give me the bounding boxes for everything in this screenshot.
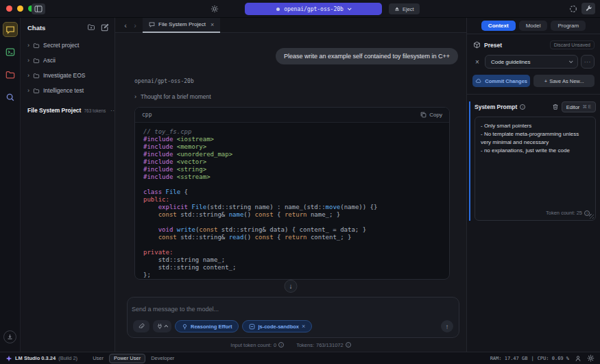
- resize-grip[interactable]: [589, 214, 594, 219]
- nav-chat-button[interactable]: [3, 22, 18, 37]
- clear-preset-icon[interactable]: ×: [472, 58, 482, 66]
- chat-name: File System Project: [27, 107, 81, 114]
- app-build-label: (Build 2): [58, 355, 77, 361]
- message-input[interactable]: [132, 302, 455, 317]
- arrow-down-icon: ↓: [289, 282, 293, 290]
- preset-select[interactable]: Code guidelines: [485, 55, 578, 69]
- ram-usage: RAM: 17.47 GB: [490, 356, 528, 361]
- code-line: [143, 181, 441, 189]
- code-line: const std::string& read() const { return…: [143, 234, 441, 241]
- model-selector-label: openai/gpt-oss-20b: [284, 6, 344, 12]
- chat-bubble-icon: [5, 25, 15, 34]
- package-icon: [473, 41, 481, 49]
- scroll-to-bottom-button[interactable]: ↓: [285, 280, 298, 293]
- discard-unsaved-button[interactable]: Discard Unsaved: [550, 40, 595, 49]
- system-prompt-section: System Prompt i Editor ⌘ E - Only smart …: [469, 101, 596, 221]
- mode-developer[interactable]: Developer: [147, 354, 178, 363]
- user-mode-switch: User Power User Developer: [88, 354, 178, 363]
- chat-token-count: 763 tokens: [84, 108, 106, 113]
- new-chat-icon[interactable]: [101, 23, 109, 32]
- remove-sandbox-icon[interactable]: ×: [302, 323, 305, 330]
- chevron-right-icon: ›: [27, 73, 29, 79]
- tab-file-system-project[interactable]: File System Project ×: [143, 18, 220, 33]
- editor-button[interactable]: Editor ⌘ E: [562, 101, 596, 112]
- reasoning-effort-pill[interactable]: Reasoning Effort: [175, 320, 239, 332]
- separator: |: [531, 356, 533, 361]
- trash-icon[interactable]: [552, 104, 559, 110]
- code-line: #include <string>: [143, 166, 441, 173]
- user-profile-icon[interactable]: [575, 355, 581, 362]
- new-folder-icon[interactable]: [87, 23, 95, 32]
- wrench-tools-button[interactable]: [581, 3, 595, 14]
- sidebar-toggle-button[interactable]: [32, 3, 45, 14]
- save-as-new-button[interactable]: + Save As New...: [533, 75, 595, 87]
- mode-user[interactable]: User: [88, 354, 108, 363]
- mode-power-user[interactable]: Power User: [109, 354, 145, 363]
- sidebar-folder-secret-project[interactable]: › Secret project: [25, 38, 110, 53]
- sidebar-folder-intelligence-test[interactable]: › Intelligence test: [25, 83, 110, 98]
- divider: [467, 94, 600, 95]
- dashed-circle-icon[interactable]: [569, 5, 577, 13]
- chat-tab-bar: ‹ › File System Project ×: [115, 18, 466, 33]
- folder-label: Investigate EOS: [43, 72, 85, 79]
- settings-gear-icon[interactable]: [211, 5, 219, 13]
- window-controls: [6, 5, 34, 12]
- input-token-label: Input token count:: [230, 342, 272, 348]
- sidebar-item-file-system-project[interactable]: File System Project 763 tokens ···: [25, 102, 110, 119]
- commit-changes-button[interactable]: Commit Changes: [472, 75, 530, 87]
- resource-usage: RAM: 17.47 GB | CPU: 0.69 %: [490, 356, 569, 361]
- chat-column: ‹ › File System Project × Please write a…: [115, 18, 466, 352]
- code-body: // toy_fs.cpp#include <iostream>#include…: [135, 123, 449, 280]
- preset-select-value: Code guidelines: [491, 59, 530, 65]
- preset-selector-row: × Code guidelines ···: [467, 53, 600, 71]
- thought-label: Thought for a brief moment: [141, 93, 211, 100]
- settings-gear-icon[interactable]: [587, 354, 595, 362]
- tab-label: File System Project: [158, 21, 206, 27]
- copy-code-button[interactable]: Copy: [420, 112, 442, 118]
- settings-panel: Context Model Program Preset Discard Uns…: [466, 18, 600, 352]
- downloads-button[interactable]: [3, 330, 16, 343]
- code-line: #include <unordered_map>: [143, 151, 441, 158]
- chevron-right-icon: ›: [134, 93, 136, 100]
- chevron-up-icon: [164, 325, 168, 329]
- plus-icon: +: [544, 78, 547, 84]
- chats-header-actions: [87, 23, 109, 32]
- editor-shortcut: ⌘ E: [582, 104, 591, 110]
- tab-program[interactable]: Program: [551, 21, 586, 31]
- nav-back-icon[interactable]: ‹: [121, 21, 130, 29]
- eject-model-button[interactable]: Eject: [389, 3, 420, 14]
- code-line: [143, 219, 441, 226]
- cloud-icon: [475, 78, 482, 84]
- panel-tabs: Context Model Program: [467, 18, 600, 34]
- commit-changes-label: Commit Changes: [485, 78, 527, 84]
- sidebar-folder-investigate-eos[interactable]: › Investigate EOS: [25, 68, 110, 83]
- chevron-right-icon: ›: [27, 58, 29, 64]
- nav-forward-icon[interactable]: ›: [130, 21, 140, 29]
- cpu-usage: CPU: 0.69 %: [538, 356, 569, 361]
- copy-icon: [420, 112, 427, 118]
- save-as-new-label: Save As New...: [549, 78, 584, 84]
- preset-more-button[interactable]: ···: [581, 55, 595, 69]
- nav-discover-button[interactable]: [3, 90, 18, 105]
- send-message-button[interactable]: ↑: [441, 320, 453, 332]
- sidebar-folder-ascii[interactable]: › Ascii: [25, 53, 110, 68]
- system-prompt-text[interactable]: - Only smart pointers - No template meta…: [481, 122, 590, 155]
- tab-model[interactable]: Model: [519, 21, 548, 31]
- arrow-up-icon: ↑: [446, 323, 449, 330]
- user-message: Please write an example self contained t…: [276, 48, 458, 64]
- tab-context[interactable]: Context: [481, 21, 516, 31]
- nav-developer-button[interactable]: [3, 45, 18, 60]
- plugins-button[interactable]: [153, 320, 171, 332]
- close-tab-icon[interactable]: ×: [211, 21, 214, 28]
- close-window-button[interactable]: [6, 5, 12, 12]
- code-line: explicit File(std::string name) : name_(…: [143, 204, 441, 211]
- folder-icon: [33, 73, 40, 79]
- code-line: void write(const std::string& data) { co…: [143, 226, 441, 234]
- minimize-window-button[interactable]: [17, 5, 23, 12]
- thought-toggle[interactable]: › Thought for a brief moment: [134, 93, 458, 100]
- attach-file-button[interactable]: [133, 320, 149, 332]
- code-block-header: cpp Copy: [135, 108, 449, 123]
- model-selector[interactable]: openai/gpt-oss-20b: [245, 3, 382, 15]
- js-code-sandbox-pill[interactable]: js-code-sandbox ×: [242, 320, 312, 332]
- nav-my-models-button[interactable]: [3, 67, 18, 82]
